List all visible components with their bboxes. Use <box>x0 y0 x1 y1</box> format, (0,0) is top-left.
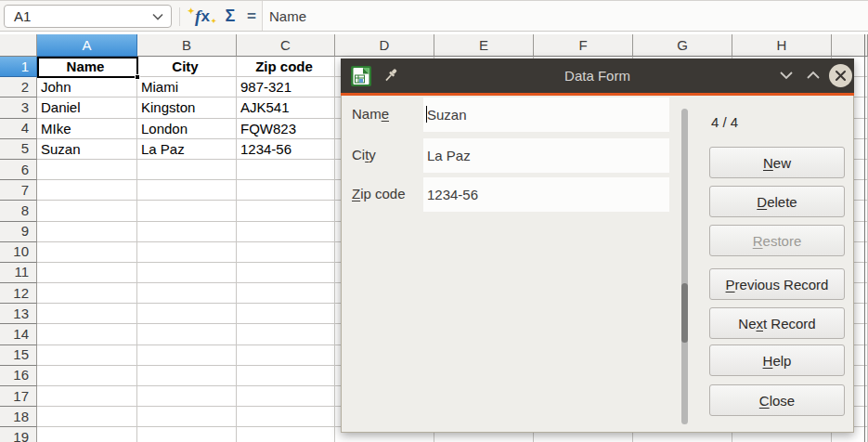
cell-C10[interactable] <box>237 242 335 263</box>
cell-B18[interactable] <box>137 407 237 427</box>
row-header-3[interactable]: 3 <box>0 98 37 118</box>
close-icon[interactable] <box>829 64 852 87</box>
cell-C18[interactable] <box>237 407 335 427</box>
cell-A15[interactable] <box>37 345 137 366</box>
new-button[interactable]: New <box>709 147 845 178</box>
cell-C13[interactable] <box>237 304 335 324</box>
next-record-button[interactable]: Next Record <box>709 307 845 339</box>
cell-C15[interactable] <box>237 345 335 366</box>
row-header-2[interactable]: 2 <box>0 77 37 98</box>
cell-B13[interactable] <box>137 304 237 324</box>
city-field[interactable] <box>423 138 669 173</box>
row-header-10[interactable]: 10 <box>0 242 37 263</box>
cell-A3[interactable]: Daniel <box>37 98 137 118</box>
column-header-B[interactable]: B <box>137 34 237 57</box>
cell-A5[interactable]: Suzan <box>37 139 137 160</box>
formula-input-line[interactable]: Name <box>262 1 868 31</box>
row-header-12[interactable]: 12 <box>0 283 37 304</box>
row-header-5[interactable]: 5 <box>0 139 37 160</box>
column-header-A[interactable]: A <box>37 34 137 57</box>
delete-button[interactable]: Delete <box>709 186 845 217</box>
row-header-8[interactable]: 8 <box>0 201 37 221</box>
column-header-G[interactable]: G <box>633 34 732 57</box>
cell-C7[interactable] <box>237 180 335 201</box>
cell-B16[interactable] <box>137 366 237 386</box>
row-header-14[interactable]: 14 <box>0 324 37 344</box>
cell-B12[interactable] <box>137 283 237 304</box>
name-box-dropdown-icon[interactable] <box>152 13 163 20</box>
row-header-19[interactable]: 19 <box>0 427 37 442</box>
cell-C16[interactable] <box>237 366 335 386</box>
cell-B10[interactable] <box>137 242 237 263</box>
cell-A11[interactable] <box>37 263 137 283</box>
column-header-C[interactable]: C <box>237 34 335 57</box>
column-header-E[interactable]: E <box>434 34 534 57</box>
cell-C5[interactable]: 1234-56 <box>237 139 335 160</box>
cell-C11[interactable] <box>237 263 335 283</box>
equals-icon[interactable]: = <box>242 5 261 28</box>
cell-A16[interactable] <box>37 366 137 386</box>
column-header-H[interactable]: H <box>732 34 832 57</box>
cell-A13[interactable] <box>37 304 137 324</box>
row-header-17[interactable]: 17 <box>0 386 37 407</box>
cell-A12[interactable] <box>37 283 137 304</box>
cell-C3[interactable]: AJK541 <box>237 98 335 118</box>
function-wizard-icon[interactable]: ✦ fx ✦ <box>187 5 218 28</box>
column-header-F[interactable]: F <box>534 34 633 57</box>
select-all-corner[interactable] <box>0 34 37 57</box>
close-button[interactable]: Close <box>709 384 845 416</box>
cell-B6[interactable] <box>137 160 237 180</box>
row-header-13[interactable]: 13 <box>0 304 37 324</box>
cell-B19[interactable] <box>137 427 237 442</box>
dialog-scrollbar[interactable] <box>681 109 688 424</box>
pin-icon[interactable] <box>382 67 399 84</box>
row-header-7[interactable]: 7 <box>0 180 37 201</box>
cell-B1[interactable]: City <box>137 57 237 77</box>
cell-B5[interactable]: La Paz <box>137 139 237 160</box>
cell-C6[interactable] <box>237 160 335 180</box>
cell-A14[interactable] <box>37 324 137 344</box>
cell-C1[interactable]: Zip code <box>237 57 335 77</box>
cell-B9[interactable] <box>137 222 237 242</box>
column-header-partial[interactable] <box>832 34 868 57</box>
previous-record-button[interactable]: Previous Record <box>709 268 845 300</box>
cell-B7[interactable] <box>137 180 237 201</box>
roll-up-icon[interactable] <box>804 66 823 84</box>
cell-A9[interactable] <box>37 222 137 242</box>
row-header-4[interactable]: 4 <box>0 119 37 139</box>
row-header-1[interactable]: 1 <box>0 57 37 77</box>
cell-B2[interactable]: Miami <box>137 77 237 98</box>
cell-A6[interactable] <box>37 160 137 180</box>
cell-C9[interactable] <box>237 222 335 242</box>
cell-B8[interactable] <box>137 201 237 221</box>
restore-button[interactable]: Restore <box>709 225 845 256</box>
cell-B3[interactable]: Kingston <box>137 98 237 118</box>
dialog-titlebar[interactable]: Data Form <box>341 58 854 93</box>
cell-A4[interactable]: MIke <box>37 119 137 139</box>
zip-code-field[interactable] <box>423 177 669 212</box>
cell-A7[interactable] <box>37 180 137 201</box>
cell-C4[interactable]: FQW823 <box>237 119 335 139</box>
cell-C12[interactable] <box>237 283 335 304</box>
cell-C2[interactable]: 987-321 <box>237 77 335 98</box>
sum-icon[interactable]: Σ <box>219 5 241 28</box>
cell-A10[interactable] <box>37 242 137 263</box>
cell-A19[interactable] <box>37 427 137 442</box>
cell-A2[interactable]: John <box>37 77 137 98</box>
scrollbar-thumb[interactable] <box>681 283 688 343</box>
cell-A18[interactable] <box>37 407 137 427</box>
name-field[interactable] <box>423 98 669 132</box>
name-box[interactable]: A1 <box>4 5 172 28</box>
cell-A17[interactable] <box>37 386 137 407</box>
cell-B11[interactable] <box>137 263 237 283</box>
cell-A1[interactable]: Name <box>37 57 137 77</box>
row-header-15[interactable]: 15 <box>0 345 37 366</box>
cell-B15[interactable] <box>137 345 237 366</box>
help-button[interactable]: Help <box>709 344 845 376</box>
cell-C8[interactable] <box>237 201 335 221</box>
row-header-6[interactable]: 6 <box>0 160 37 180</box>
cell-C19[interactable] <box>237 427 335 442</box>
cell-C17[interactable] <box>237 386 335 407</box>
row-header-11[interactable]: 11 <box>0 263 37 283</box>
roll-down-icon[interactable] <box>777 66 796 84</box>
